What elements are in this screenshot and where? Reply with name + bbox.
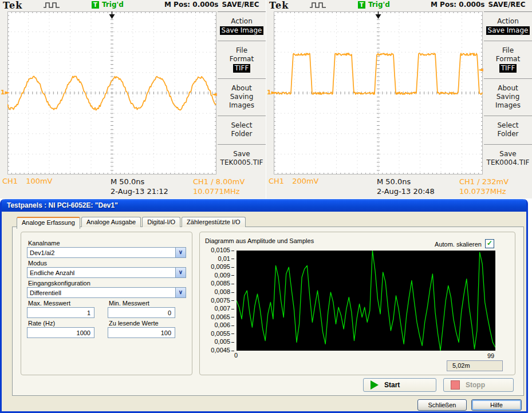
trigger-status: Trig'd — [102, 1, 124, 9]
rate-field[interactable] — [27, 327, 94, 338]
menu-item-about-saving[interactable]: About Saving Images — [218, 78, 266, 116]
chart-plot-area — [237, 251, 495, 351]
y-axis-tick-label: 0,01 — [200, 255, 234, 263]
channel-scale-readout: CH1100mV — [2, 177, 53, 185]
menu-item-action[interactable]: Action Save Image — [484, 12, 532, 41]
y-axis-tick-label: 0,0075 — [200, 297, 234, 304]
eingangskonfiguration-label: Eingangskonfiguration — [28, 280, 90, 287]
min-messwert-label: Min. Messwert — [109, 300, 149, 307]
datetime-readout: 2-Aug-13 21:12 — [111, 186, 168, 196]
acquisition-waveform-icon — [43, 2, 60, 10]
screenshot-root: Tek T Trig'd M Pos: 0.000s SAVE/REC 1► ◄… — [0, 0, 532, 413]
kanalname-label: Kanalname — [28, 240, 60, 247]
scope-header: Tek T Trig'd M Pos: 0.000s SAVE/REC — [0, 0, 266, 11]
menu-item-file-format[interactable]: File Format TIFF — [484, 41, 532, 78]
modus-dropdown[interactable]: Endliche Anzahl ∨ — [27, 267, 186, 278]
y-axis-tick-label: 0,006 — [200, 321, 234, 329]
eingangskonfiguration-dropdown[interactable]: Differentiell ∨ — [27, 287, 186, 298]
max-messwert-label: Max. Messwert — [28, 300, 70, 307]
schliessen-button[interactable]: Schließen — [417, 399, 467, 411]
hilfe-button[interactable]: Hilfe — [471, 399, 522, 411]
scope-waveform-svg — [274, 11, 483, 174]
y-axis-tick-label: 0,0085 — [200, 280, 234, 287]
menu-item-file-format[interactable]: File Format TIFF — [218, 41, 266, 78]
tab-zaehlergestuetzte-io[interactable]: Zählergestützte I/O — [182, 217, 246, 227]
autoscale-checkbox[interactable]: ✓ — [485, 239, 494, 248]
acquisition-waveform-icon — [309, 2, 326, 10]
zu-lesende-werte-label: Zu lesende Werte — [109, 320, 159, 327]
y-axis-tick-label: 0,005 — [200, 338, 234, 346]
scope-readouts: CH1100mV M 50.0ns 2-Aug-13 21:12 CH1 / 8… — [0, 175, 266, 198]
tab-analoge-ausgabe[interactable]: Analoge Ausgabe — [81, 217, 141, 227]
zu-lesende-werte-field[interactable] — [108, 327, 175, 338]
kanalname-dropdown[interactable]: Dev1/ai2 ∨ — [27, 247, 186, 258]
menu-item-select-folder[interactable]: Select Folder — [484, 116, 532, 144]
frequency-readout: 10.0737MHz — [459, 186, 509, 196]
channel-scale-readout: CH1200mV — [269, 177, 319, 185]
chevron-down-icon[interactable]: ∨ — [175, 248, 186, 257]
trigger-badge-icon: T — [358, 1, 365, 9]
trigger-status: Trig'd — [368, 1, 390, 9]
testpanels-window: Testpanels : NI PCI-6052E: "Dev1" Analog… — [0, 199, 528, 413]
y-axis-tick-label: 0,009 — [200, 272, 234, 279]
autoscale-label: Autom. skalieren — [435, 241, 482, 248]
scope-readouts: CH1200mV M 50.0ns 2-Aug-13 20:48 CH1 / 2… — [266, 175, 532, 198]
tab-digital-io[interactable]: Digital-I/O — [142, 217, 180, 227]
checkbox-check-icon: ✓ — [487, 239, 492, 247]
chevron-down-icon[interactable]: ∨ — [175, 268, 186, 277]
tek-logo: Tek — [3, 0, 22, 11]
chart-title: Diagramm aus Amplitude und Samples — [205, 237, 314, 244]
tab-analoge-erfassung[interactable]: Analoge Erfassung — [17, 217, 80, 229]
tabstrip: Analoge Erfassung Analoge Ausgabe Digita… — [17, 217, 246, 227]
y-axis-tick-label: 0,007 — [200, 305, 234, 312]
channel1-marker: 1► — [1, 89, 10, 96]
trigger-readout: CH1 / 8.00mV 10.0771MHz — [193, 177, 245, 196]
y-axis-tick-label: 0,0045 — [200, 347, 234, 354]
max-messwert-field[interactable] — [27, 307, 94, 318]
menu-title: SAVE/REC — [216, 1, 265, 9]
stopp-button[interactable]: Stopp — [443, 378, 514, 392]
y-axis-tick-label: 0,0065 — [200, 313, 234, 321]
y-axis-tick-label: 0,0095 — [200, 263, 234, 271]
rate-label: Rate (Hz) — [28, 320, 55, 327]
tab-page-analoge-erfassung: Kanalname Dev1/ai2 ∨ Modus Endliche Anza… — [12, 227, 524, 396]
min-messwert-field[interactable] — [108, 307, 175, 318]
trigger-readout: CH1 / 232mV 10.0737MHz — [459, 177, 509, 196]
menu-item-about-saving[interactable]: About Saving Images — [484, 78, 532, 116]
menu-item-save-file[interactable]: Save TEK0004.TIF — [484, 144, 532, 173]
menu-item-select-folder[interactable]: Select Folder — [218, 116, 266, 144]
oscilloscope-captures: Tek T Trig'd M Pos: 0.000s SAVE/REC 1► ◄… — [0, 0, 532, 198]
chevron-down-icon[interactable]: ∨ — [175, 288, 186, 297]
trigger-badge-icon: T — [92, 1, 99, 9]
chart-groupbox: Diagramm aus Amplitude und Samples Autom… — [199, 232, 515, 375]
trigger-level-arrow-icon: ◄ — [479, 66, 483, 73]
y-axis-tick-label: 0,0055 — [200, 330, 234, 337]
frequency-readout: 10.0771MHz — [193, 186, 245, 196]
chart-waveform-svg — [237, 251, 495, 351]
modus-label: Modus — [28, 260, 47, 267]
timebase-readout: M 50.0ns 2-Aug-13 20:48 — [377, 177, 435, 196]
horizontal-position-readout: M Pos: 0.000s — [431, 1, 484, 9]
scope-graticule-display: 1► ◄ — [7, 11, 216, 174]
settings-groupbox: Kanalname Dev1/ai2 ∨ Modus Endliche Anza… — [21, 232, 192, 375]
timebase-readout: M 50.0ns 2-Aug-13 21:12 — [111, 177, 168, 196]
y-axis-tick-label: 0,008 — [200, 288, 234, 296]
datetime-readout: 2-Aug-13 20:48 — [377, 186, 435, 196]
scope-waveform-svg — [7, 11, 216, 174]
horizontal-position-readout: M Pos: 0.000s — [164, 1, 218, 9]
menu-item-action[interactable]: Action Save Image — [218, 12, 266, 41]
scope-side-menu: Action Save Image File Format TIFF About… — [218, 11, 266, 198]
scope-graticule-display: 1► ◄ — [274, 11, 483, 174]
scope-capture-sine: Tek T Trig'd M Pos: 0.000s SAVE/REC 1► ◄… — [0, 0, 266, 198]
stop-icon — [451, 380, 460, 390]
channel1-marker: 1► — [267, 89, 276, 96]
menu-item-save-file[interactable]: Save TEK0005.TIF — [218, 144, 266, 173]
start-button[interactable]: Start — [363, 378, 436, 392]
play-icon — [371, 380, 379, 390]
tek-logo: Tek — [269, 0, 289, 11]
scope-side-menu: Action Save Image File Format TIFF About… — [484, 11, 532, 198]
trigger-level-arrow-icon: ◄ — [212, 91, 217, 98]
window-title: Testpanels : NI PCI-6052E: "Dev1" — [7, 201, 118, 209]
current-value-readout: 5,02m — [447, 360, 503, 371]
window-titlebar[interactable]: Testpanels : NI PCI-6052E: "Dev1" — [2, 199, 526, 212]
